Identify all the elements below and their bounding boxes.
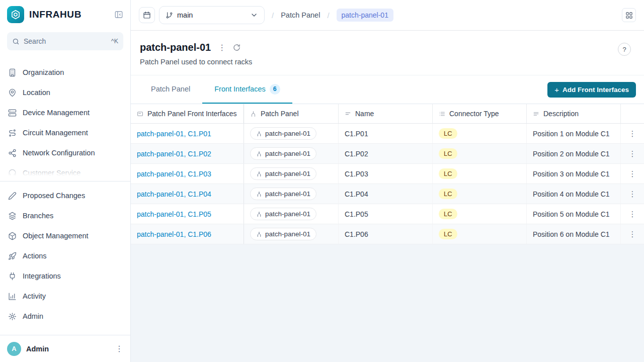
pill-label: patch-panel-01: [265, 130, 310, 137]
sidebar-item-location[interactable]: Location: [0, 82, 130, 103]
breadcrumb-separator: /: [272, 11, 274, 20]
column-header-connector-type[interactable]: Connector Type: [433, 104, 527, 123]
pill-label: patch-panel-01: [265, 210, 310, 218]
table-row[interactable]: patch-panel-01, C1.P01 patch-panel-01 C1…: [131, 124, 644, 144]
row-kebab-icon[interactable]: ⋮: [629, 169, 636, 178]
sidebar-item-customer-service[interactable]: Customer Service: [0, 163, 130, 176]
map-pin-icon: [8, 88, 17, 97]
interface-link[interactable]: patch-panel-01, C1.P03: [137, 170, 211, 178]
sidebar-item-object-management[interactable]: Object Management: [0, 226, 130, 246]
chart-icon: [8, 292, 17, 301]
sidebar-item-proposed-changes[interactable]: Proposed Changes: [0, 186, 130, 206]
patch-panel-pill[interactable]: patch-panel-01: [250, 208, 316, 220]
refresh-icon[interactable]: [233, 44, 240, 51]
sidebar-item-device-management[interactable]: Device Management: [0, 103, 130, 123]
table-row[interactable]: patch-panel-01, C1.P03 patch-panel-01 C1…: [131, 164, 644, 184]
user-menu-kebab-icon[interactable]: ⋮: [115, 344, 123, 353]
column-header-name[interactable]: Name: [339, 104, 433, 123]
help-button[interactable]: ?: [618, 43, 631, 56]
sidebar-item-activity[interactable]: Activity: [0, 286, 130, 306]
search-input[interactable]: Search ^K: [7, 32, 123, 50]
patch-panel-pill[interactable]: patch-panel-01: [250, 147, 316, 160]
sidebar-item-actions[interactable]: Actions: [0, 246, 130, 266]
interface-link[interactable]: patch-panel-01, C1.P04: [137, 190, 211, 198]
interface-link[interactable]: patch-panel-01, C1.P05: [137, 210, 211, 218]
description-cell: Position 1 on Module C1: [527, 124, 621, 143]
row-kebab-icon[interactable]: ⋮: [629, 230, 636, 239]
connector-type-badge: LC: [439, 168, 457, 179]
relationship-icon: [256, 191, 262, 197]
row-kebab-icon[interactable]: ⋮: [629, 129, 636, 138]
tab-patch-panel[interactable]: Patch Panel: [139, 75, 202, 104]
breadcrumb-parent[interactable]: Patch Panel: [281, 11, 320, 19]
table-row[interactable]: patch-panel-01, C1.P04 patch-panel-01 C1…: [131, 184, 644, 204]
patch-panel-pill[interactable]: patch-panel-01: [250, 188, 316, 200]
connector-type-badge: LC: [439, 209, 457, 219]
sidebar-item-label: Device Management: [23, 109, 90, 117]
column-label: Name: [355, 110, 374, 118]
plus-icon: +: [554, 85, 559, 94]
tab-front-interfaces[interactable]: Front Interfaces 6: [202, 75, 292, 104]
sidebar-secondary-nav: Proposed Changes Branches Object Managem…: [0, 186, 130, 328]
description-cell: Position 2 on Module C1: [527, 144, 621, 163]
time-travel-button[interactable]: [139, 7, 155, 23]
user-name: Admin: [26, 345, 49, 353]
column-label: Patch Panel Front Interfaces: [147, 110, 236, 118]
table-header-row: Patch Panel Front Interfaces Patch Panel…: [131, 104, 644, 124]
row-kebab-icon[interactable]: ⋮: [629, 190, 636, 199]
sidebar-divider: [0, 181, 130, 182]
interface-link[interactable]: patch-panel-01, C1.P06: [137, 230, 211, 238]
sidebar-item-circuit-management[interactable]: Circuit Management: [0, 123, 130, 143]
sidebar-item-label: Circuit Management: [23, 129, 88, 137]
interface-link[interactable]: patch-panel-01, C1.P01: [137, 130, 211, 138]
object-kebab-icon[interactable]: ⋮: [218, 43, 226, 52]
headset-icon: [8, 169, 17, 176]
breadcrumb-current[interactable]: patch-panel-01: [337, 9, 393, 22]
avatar: A: [7, 342, 21, 356]
description-cell: Position 6 on Module C1: [527, 224, 621, 244]
interface-link[interactable]: patch-panel-01, C1.P02: [137, 150, 211, 158]
sidebar-item-network-configuration[interactable]: Network Configuration: [0, 143, 130, 163]
main-area: main / Patch Panel / patch-panel-01 patc…: [131, 0, 644, 362]
logo-text: INFRAHUB: [29, 9, 82, 20]
column-label: Description: [543, 110, 579, 118]
row-kebab-icon[interactable]: ⋮: [629, 149, 636, 158]
column-header-front-interfaces[interactable]: Patch Panel Front Interfaces: [131, 104, 244, 123]
search-shortcut: ^K: [111, 38, 118, 45]
sidebar-collapse-icon[interactable]: [114, 10, 123, 19]
grid-icon: [625, 12, 633, 19]
sidebar-item-label: Actions: [23, 252, 47, 260]
table-row[interactable]: patch-panel-01, C1.P06 patch-panel-01 C1…: [131, 224, 644, 244]
column-header-description[interactable]: Description: [527, 104, 621, 123]
table-row[interactable]: patch-panel-01, C1.P05 patch-panel-01 C1…: [131, 204, 644, 224]
connector-type-badge: LC: [439, 189, 457, 199]
patch-panel-pill[interactable]: patch-panel-01: [250, 228, 316, 240]
sidebar: INFRAHUB Search ^K Organization Location…: [0, 0, 131, 362]
apps-grid-button[interactable]: [622, 8, 636, 22]
column-header-patch-panel[interactable]: Patch Panel: [244, 104, 339, 123]
row-kebab-icon[interactable]: ⋮: [629, 210, 636, 219]
sidebar-item-admin[interactable]: Admin: [0, 306, 130, 326]
name-cell: C1.P06: [339, 224, 433, 244]
sidebar-item-label: Integrations: [23, 272, 61, 280]
sidebar-spacer: [0, 328, 130, 335]
patch-panel-pill[interactable]: patch-panel-01: [250, 127, 316, 140]
sidebar-item-organization[interactable]: Organization: [0, 62, 130, 82]
relationship-icon: [250, 111, 257, 117]
connector-type-badge: LC: [439, 128, 457, 139]
description-cell: Position 4 on Module C1: [527, 184, 621, 204]
user-row[interactable]: A Admin ⋮: [0, 335, 130, 362]
pill-label: patch-panel-01: [265, 190, 310, 198]
sidebar-item-branches[interactable]: Branches: [0, 206, 130, 226]
branch-selector[interactable]: main: [159, 6, 265, 24]
name-cell: C1.P02: [339, 144, 433, 163]
name-cell: C1.P03: [339, 164, 433, 184]
relationship-icon: [256, 171, 262, 177]
pill-label: patch-panel-01: [265, 230, 310, 238]
patch-panel-pill[interactable]: patch-panel-01: [250, 167, 316, 180]
name-cell: C1.P05: [339, 204, 433, 224]
add-front-interfaces-button[interactable]: + Add Front Interfaces: [547, 82, 636, 98]
table-row[interactable]: patch-panel-01, C1.P02 patch-panel-01 C1…: [131, 144, 644, 164]
sidebar-item-label: Customer Service: [23, 169, 80, 176]
sidebar-item-integrations[interactable]: Integrations: [0, 266, 130, 286]
